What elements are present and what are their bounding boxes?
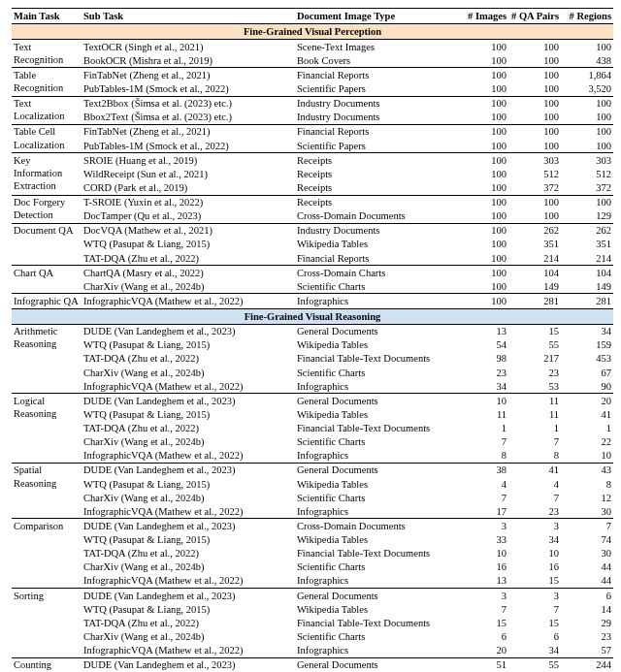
n-regions-cell: 244	[561, 657, 613, 672]
main-task-cell: Key Information Extraction	[12, 153, 82, 195]
table-row: TAT-DQA (Zhu et al., 2022)Financial Tabl…	[12, 352, 613, 366]
table-row: WTQ (Pasupat & Liang, 2015)Wikipedia Tab…	[12, 238, 613, 251]
n-images-cell: 7	[460, 491, 508, 504]
n-images-cell: 100	[460, 40, 508, 54]
n-regions-cell: 3,520	[561, 82, 613, 97]
table-row: InfographicVQA (Mathew et al., 2022)Info…	[12, 574, 613, 589]
n-images-cell: 100	[460, 195, 508, 209]
n-regions-cell: 512	[561, 167, 613, 180]
doc-type-cell: Industry Documents	[295, 223, 460, 238]
n-qa-cell: 53	[508, 379, 561, 394]
n-qa-cell: 41	[508, 463, 561, 477]
n-images-cell: 100	[460, 251, 508, 266]
n-qa-cell: 11	[508, 407, 561, 421]
main-task-cell: Sorting	[12, 589, 82, 658]
doc-type-cell: Infographics	[295, 294, 460, 308]
main-task-cell: Chart QA	[12, 266, 82, 294]
n-qa-cell: 217	[508, 352, 561, 366]
doc-type-cell: Financial Reports	[295, 124, 460, 139]
n-images-cell: 100	[460, 96, 508, 111]
sub-task-cell: DUDE (Van Landeghem et al., 2023)	[82, 519, 295, 533]
n-regions-cell: 74	[561, 533, 613, 547]
sub-task-cell: TextOCR (Singh et al., 2021)	[82, 40, 295, 54]
n-regions-cell: 44	[561, 560, 613, 574]
table-row: CharXiv (Wang et al., 2024b)Scientific C…	[12, 279, 613, 294]
n-qa-cell: 8	[508, 449, 561, 464]
n-regions-cell: 10	[561, 449, 613, 464]
n-qa-cell: 100	[508, 111, 561, 125]
sub-task-cell: TAT-DQA (Zhu et al., 2022)	[82, 352, 295, 366]
n-images-cell: 100	[460, 53, 508, 68]
table-row: CountingDUDE (Van Landeghem et al., 2023…	[12, 657, 613, 672]
doc-type-cell: Infographics	[295, 644, 460, 658]
sub-task-cell: DUDE (Van Landeghem et al., 2023)	[82, 394, 295, 408]
n-qa-cell: 100	[508, 53, 561, 68]
n-qa-cell: 34	[508, 533, 561, 547]
n-regions-cell: 57	[561, 644, 613, 658]
n-qa-cell: 100	[508, 40, 561, 54]
sub-task-cell: TAT-DQA (Zhu et al., 2022)	[82, 616, 295, 629]
n-regions-cell: 23	[561, 629, 613, 643]
sub-task-cell: WildReceipt (Sun et al., 2021)	[82, 167, 295, 180]
sub-task-cell: FinTabNet (Zheng et al., 2021)	[82, 68, 295, 82]
doc-type-cell: Scientific Charts	[295, 435, 460, 449]
n-qa-cell: 15	[508, 324, 561, 338]
n-images-cell: 3	[460, 519, 508, 533]
sub-task-cell: CharXiv (Wang et al., 2024b)	[82, 560, 295, 574]
n-regions-cell: 281	[561, 294, 613, 308]
n-qa-cell: 6	[508, 629, 561, 643]
n-images-cell: 100	[460, 68, 508, 82]
sub-task-cell: DUDE (Van Landeghem et al., 2023)	[82, 657, 295, 672]
n-qa-cell: 100	[508, 68, 561, 82]
n-qa-cell: 100	[508, 82, 561, 97]
doc-type-cell: Wikipedia Tables	[295, 533, 460, 547]
n-images-cell: 100	[460, 238, 508, 251]
n-regions-cell: 372	[561, 180, 613, 195]
table-row: CharXiv (Wang et al., 2024b)Scientific C…	[12, 629, 613, 643]
n-regions-cell: 303	[561, 153, 613, 168]
sub-task-cell: CORD (Park et al., 2019)	[82, 180, 295, 195]
table-row: CharXiv (Wang et al., 2024b)Scientific C…	[12, 435, 613, 449]
doc-type-cell: Scientific Charts	[295, 279, 460, 294]
n-regions-cell: 29	[561, 616, 613, 629]
n-regions-cell: 100	[561, 111, 613, 125]
n-regions-cell: 34	[561, 324, 613, 338]
sub-task-cell: DocVQA (Mathew et al., 2021)	[82, 223, 295, 238]
n-images-cell: 100	[460, 153, 508, 168]
table-row: BookOCR (Mishra et al., 2019)Book Covers…	[12, 53, 613, 68]
n-regions-cell: 6	[561, 589, 613, 603]
n-regions-cell: 214	[561, 251, 613, 266]
sub-task-cell: Text2Bbox (Šimsa et al. (2023) etc.)	[82, 96, 295, 111]
table-row: SortingDUDE (Van Landeghem et al., 2023)…	[12, 589, 613, 603]
n-images-cell: 15	[460, 616, 508, 629]
n-regions-cell: 14	[561, 602, 613, 616]
sub-task-cell: DUDE (Van Landeghem et al., 2023)	[82, 589, 295, 603]
n-regions-cell: 100	[561, 195, 613, 209]
doc-type-cell: Infographics	[295, 574, 460, 589]
doc-type-cell: Cross-Domain Documents	[295, 519, 460, 533]
doc-type-cell: Infographics	[295, 449, 460, 464]
table-row: WTQ (Pasupat & Liang, 2015)Wikipedia Tab…	[12, 533, 613, 547]
n-regions-cell: 90	[561, 379, 613, 394]
n-qa-cell: 100	[508, 96, 561, 111]
section-header: Fine-Grained Visual Perception	[12, 24, 613, 40]
n-images-cell: 51	[460, 657, 508, 672]
n-qa-cell: 10	[508, 547, 561, 560]
sub-task-cell: ChartQA (Masry et al., 2022)	[82, 266, 295, 280]
n-images-cell: 11	[460, 407, 508, 421]
sub-task-cell: WTQ (Pasupat & Liang, 2015)	[82, 477, 295, 491]
table-row: WTQ (Pasupat & Liang, 2015)Wikipedia Tab…	[12, 338, 613, 352]
n-images-cell: 3	[460, 589, 508, 603]
table-row: Document QADocVQA (Mathew et al., 2021)I…	[12, 223, 613, 238]
doc-type-cell: Financial Reports	[295, 251, 460, 266]
main-task-cell: Text Recognition	[12, 40, 82, 68]
table-row: WildReceipt (Sun et al., 2021)Receipts10…	[12, 167, 613, 180]
n-qa-cell: 23	[508, 504, 561, 519]
n-qa-cell: 4	[508, 477, 561, 491]
doc-type-cell: Scientific Charts	[295, 366, 460, 379]
sub-task-cell: FinTabNet (Zheng et al., 2021)	[82, 124, 295, 139]
doc-type-cell: Financial Reports	[295, 68, 460, 82]
col-n-images: # Images	[460, 9, 508, 24]
n-images-cell: 23	[460, 366, 508, 379]
n-qa-cell: 3	[508, 589, 561, 603]
